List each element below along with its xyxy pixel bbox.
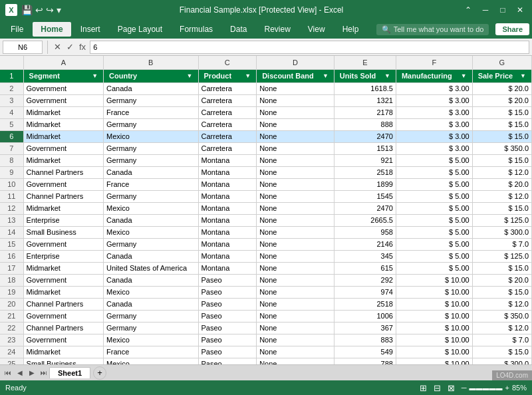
cell-discount[interactable]: None — [257, 166, 334, 178]
cell-country[interactable]: Mexico — [104, 130, 198, 142]
cell-sale[interactable]: $ 125.0 — [472, 214, 531, 226]
cell-segment[interactable]: Small Business — [23, 358, 104, 364]
cell-product[interactable]: Carretera — [198, 142, 257, 154]
cell-discount[interactable]: None — [257, 298, 334, 310]
cell-sale[interactable]: $ 15.0 — [472, 118, 531, 130]
cell-units[interactable]: 1513 — [334, 142, 396, 154]
cell-country[interactable]: Canada — [104, 82, 198, 94]
cell-product[interactable]: Paseo — [198, 274, 257, 286]
next-sheet-icon[interactable]: ▶ — [27, 368, 37, 378]
col-header-b[interactable]: B — [104, 56, 198, 69]
cell-sale[interactable]: $ 15.0 — [472, 154, 531, 166]
table-row[interactable]: 5 Midmarket Germany Carretera None 888 $… — [0, 118, 532, 130]
table-row[interactable]: 11 Channel Partners Germany Montana None… — [0, 190, 532, 202]
table-row[interactable]: 22 Channel Partners Germany Paseo None 3… — [0, 322, 532, 334]
confirm-icon[interactable]: ✓ — [65, 41, 75, 53]
mfg-filter-icon[interactable]: ▼ — [461, 72, 467, 79]
view-break-icon[interactable]: ⊠ — [448, 383, 455, 393]
cell-discount[interactable]: None — [257, 106, 334, 118]
cell-discount[interactable]: None — [257, 154, 334, 166]
cell-units[interactable]: 2470 — [334, 130, 396, 142]
fx-icon[interactable]: fx — [78, 41, 87, 53]
col-manufacturing[interactable]: Manufacturing▼ — [396, 69, 472, 82]
cell-segment[interactable]: Channel Partners — [23, 190, 104, 202]
tab-data[interactable]: Data — [222, 22, 255, 37]
cell-segment[interactable]: Government — [23, 178, 104, 190]
cell-country[interactable]: Germany — [104, 190, 198, 202]
cell-mfg[interactable]: $ 10.00 — [396, 322, 472, 334]
product-filter-icon[interactable]: ▼ — [245, 72, 251, 79]
redo-icon[interactable]: ↪ — [46, 5, 54, 15]
cell-units[interactable]: 2470 — [334, 202, 396, 214]
cell-discount[interactable]: None — [257, 322, 334, 334]
cell-units[interactable]: 292 — [334, 274, 396, 286]
cell-product[interactable]: Carretera — [198, 130, 257, 142]
cell-segment[interactable]: Midmarket — [23, 130, 104, 142]
tab-help[interactable]: Help — [334, 22, 367, 37]
table-row[interactable]: 18 Government Canada Paseo None 292 $ 10… — [0, 274, 532, 286]
cell-country[interactable]: France — [104, 346, 198, 358]
cell-mfg[interactable]: $ 5.00 — [396, 250, 472, 262]
cell-segment[interactable]: Small Business — [23, 226, 104, 238]
cell-sale[interactable]: $ 12.0 — [472, 298, 531, 310]
segment-filter-icon[interactable]: ▼ — [92, 72, 98, 79]
cell-country[interactable]: Germany — [104, 118, 198, 130]
cell-product[interactable]: Montana — [198, 238, 257, 250]
table-row[interactable]: 10 Government France Montana None 1899 $… — [0, 178, 532, 190]
cell-country[interactable]: Germany — [104, 142, 198, 154]
col-header-f[interactable]: F — [396, 56, 472, 69]
cell-mfg[interactable]: $ 5.00 — [396, 154, 472, 166]
cell-product[interactable]: Carretera — [198, 94, 257, 106]
cell-product[interactable]: Carretera — [198, 106, 257, 118]
zoom-out-icon[interactable]: ─ — [462, 384, 467, 392]
cell-product[interactable]: Paseo — [198, 286, 257, 298]
save-icon[interactable]: 💾 — [21, 5, 33, 15]
cell-discount[interactable]: None — [257, 262, 334, 274]
cell-mfg[interactable]: $ 5.00 — [396, 166, 472, 178]
cell-discount[interactable]: None — [257, 286, 334, 298]
cell-country[interactable]: Germany — [104, 322, 198, 334]
cell-country[interactable]: Canada — [104, 298, 198, 310]
table-row[interactable]: 3 Government Germany Carretera None 1321… — [0, 94, 532, 106]
cell-country[interactable]: Mexico — [104, 358, 198, 364]
cell-segment[interactable]: Government — [23, 82, 104, 94]
cell-product[interactable]: Montana — [198, 166, 257, 178]
cell-reference-box[interactable]: N6 — [3, 41, 43, 54]
cell-sale[interactable]: $ 7.0 — [472, 238, 531, 250]
units-filter-icon[interactable]: ▼ — [384, 72, 390, 79]
cell-mfg[interactable]: $ 5.00 — [396, 202, 472, 214]
cell-units[interactable]: 2146 — [334, 238, 396, 250]
cell-country[interactable]: Canada — [104, 214, 198, 226]
tab-formulas[interactable]: Formulas — [172, 22, 221, 37]
table-row[interactable]: 20 Channel Partners Canada Paseo None 25… — [0, 298, 532, 310]
cell-discount[interactable]: None — [257, 202, 334, 214]
cell-mfg[interactable]: $ 5.00 — [396, 226, 472, 238]
cell-discount[interactable]: None — [257, 334, 334, 346]
undo-icon[interactable]: ↩ — [35, 5, 43, 15]
first-sheet-icon[interactable]: ⏮ — [3, 368, 13, 378]
cell-units[interactable]: 1545 — [334, 190, 396, 202]
cell-segment[interactable]: Government — [23, 274, 104, 286]
cell-discount[interactable]: None — [257, 214, 334, 226]
cell-mfg[interactable]: $ 10.00 — [396, 286, 472, 298]
cell-segment[interactable]: Government — [23, 142, 104, 154]
cell-sale[interactable]: $ 12.0 — [472, 166, 531, 178]
cell-product[interactable]: Paseo — [198, 322, 257, 334]
customize-icon[interactable]: ▾ — [57, 5, 61, 15]
cell-sale[interactable]: $ 15.0 — [472, 130, 531, 142]
cell-units[interactable]: 1006 — [334, 310, 396, 322]
cell-units[interactable]: 2518 — [334, 298, 396, 310]
cell-units[interactable]: 2665.5 — [334, 214, 396, 226]
cell-sale[interactable]: $ 15.0 — [472, 286, 531, 298]
discount-filter-icon[interactable]: ▼ — [323, 72, 329, 79]
cell-units[interactable]: 2518 — [334, 166, 396, 178]
cell-segment[interactable]: Enterprise — [23, 250, 104, 262]
cell-segment[interactable]: Channel Partners — [23, 166, 104, 178]
cell-units[interactable]: 883 — [334, 334, 396, 346]
cell-mfg[interactable]: $ 5.00 — [396, 262, 472, 274]
cell-discount[interactable]: None — [257, 250, 334, 262]
cell-segment[interactable]: Midmarket — [23, 118, 104, 130]
cell-mfg[interactable]: $ 10.00 — [396, 334, 472, 346]
last-sheet-icon[interactable]: ⏭ — [39, 368, 49, 378]
cell-country[interactable]: France — [104, 178, 198, 190]
